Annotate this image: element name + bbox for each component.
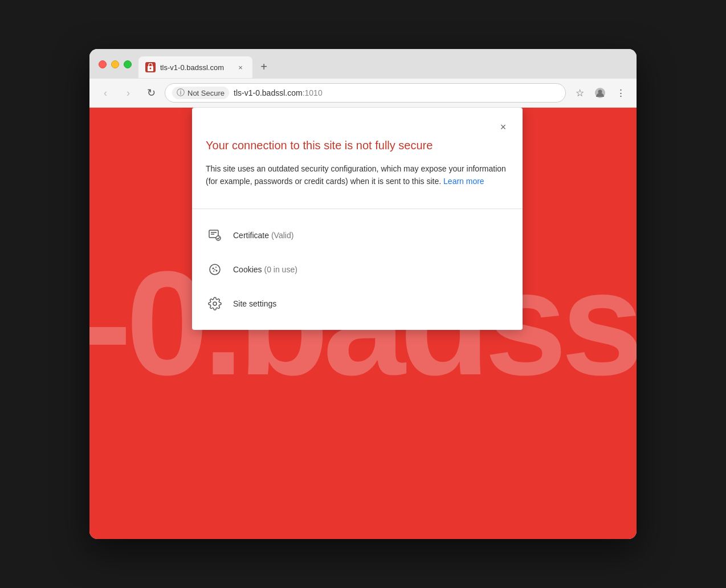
popup-header: × bbox=[192, 108, 523, 135]
site-settings-icon bbox=[206, 295, 224, 313]
popup-body: Your connection to this site is not full… bbox=[192, 135, 523, 204]
site-settings-label: Site settings bbox=[233, 299, 276, 308]
tab-bar: tls-v1-0.badssl.com × + bbox=[138, 56, 627, 78]
title-bar: tls-v1-0.badssl.com × + bbox=[89, 49, 637, 79]
browser-window: tls-v1-0.badssl.com × + ‹ › ↻ ⓘ Not Secu… bbox=[89, 49, 637, 539]
tab-close-button[interactable]: × bbox=[235, 62, 246, 72]
certificate-label: Certificate (Valid) bbox=[233, 231, 293, 240]
certificate-icon bbox=[206, 226, 224, 244]
popup-close-button[interactable]: × bbox=[495, 119, 511, 135]
learn-more-link[interactable]: Learn more bbox=[443, 177, 484, 186]
minimize-window-button[interactable] bbox=[111, 60, 119, 68]
cookies-icon bbox=[206, 260, 224, 279]
back-button[interactable]: ‹ bbox=[96, 84, 115, 102]
svg-point-10 bbox=[215, 267, 217, 268]
not-secure-label: Not Secure bbox=[187, 89, 225, 97]
toolbar: ‹ › ↻ ⓘ Not Secure tls-v1-0.badssl.com:1… bbox=[89, 79, 637, 108]
svg-point-11 bbox=[216, 270, 218, 271]
active-tab[interactable]: tls-v1-0.badssl.com × bbox=[138, 56, 252, 78]
url-port: :1010 bbox=[303, 88, 323, 97]
site-settings-item[interactable]: Site settings bbox=[206, 287, 509, 321]
bookmark-button[interactable]: ☆ bbox=[570, 84, 589, 102]
toolbar-actions: ☆ ⋮ bbox=[570, 84, 630, 102]
popup-divider bbox=[192, 209, 523, 209]
menu-button[interactable]: ⋮ bbox=[611, 84, 630, 102]
popup-items: Certificate (Valid) bbox=[192, 214, 523, 330]
svg-point-1 bbox=[150, 68, 152, 70]
url-domain: tls-v1-0.badssl.com:1010 bbox=[234, 88, 558, 97]
certificate-status: (Valid) bbox=[271, 231, 293, 240]
popup-description: This site uses an outdated security conf… bbox=[206, 162, 509, 188]
reload-button[interactable]: ↻ bbox=[142, 84, 160, 102]
new-tab-button[interactable]: + bbox=[255, 58, 273, 76]
profile-button[interactable] bbox=[591, 84, 609, 102]
tab-title: tls-v1-0.badssl.com bbox=[160, 63, 231, 72]
maximize-window-button[interactable] bbox=[124, 60, 132, 68]
forward-button[interactable]: › bbox=[119, 84, 137, 102]
certificate-item[interactable]: Certificate (Valid) bbox=[206, 218, 509, 252]
traffic-lights bbox=[99, 60, 132, 74]
info-icon: ⓘ bbox=[177, 88, 185, 98]
popup-title: Your connection to this site is not full… bbox=[206, 137, 509, 153]
svg-point-9 bbox=[213, 267, 214, 269]
svg-point-13 bbox=[214, 269, 215, 270]
security-badge[interactable]: ⓘ Not Secure bbox=[172, 87, 229, 99]
svg-point-12 bbox=[213, 271, 214, 272]
cookies-label: Cookies (0 in use) bbox=[233, 265, 297, 274]
cookies-item[interactable]: Cookies (0 in use) bbox=[206, 252, 509, 287]
content-area: tls-v1-0.badssl.com × Your connection to… bbox=[89, 108, 637, 539]
security-popup: × Your connection to this site is not fu… bbox=[192, 108, 523, 330]
tab-favicon bbox=[145, 62, 156, 72]
close-window-button[interactable] bbox=[99, 60, 107, 68]
cookies-status: (0 in use) bbox=[264, 265, 297, 274]
address-bar[interactable]: ⓘ Not Secure tls-v1-0.badssl.com:1010 bbox=[165, 83, 566, 103]
